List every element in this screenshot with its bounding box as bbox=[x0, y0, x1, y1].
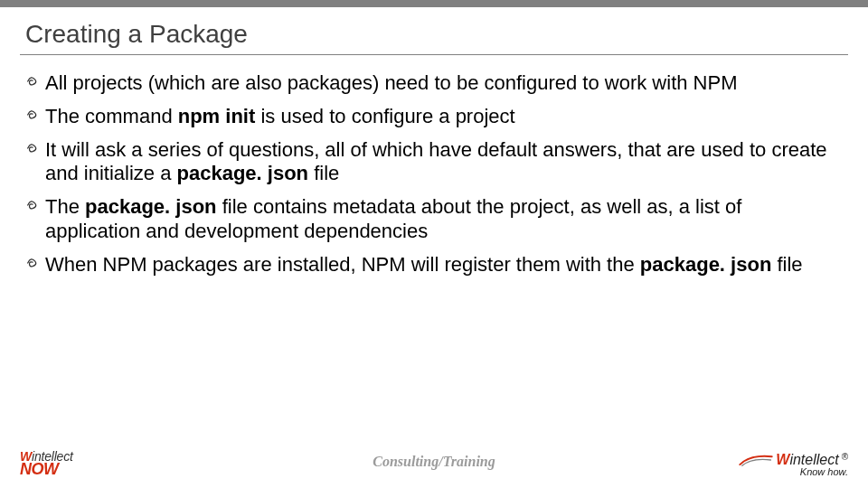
swoosh-icon bbox=[739, 453, 773, 467]
bullet-item: All projects (which are also packages) n… bbox=[25, 71, 841, 96]
bullet-item: The package. json file contains metadata… bbox=[25, 195, 841, 244]
slide-body: All projects (which are also packages) n… bbox=[0, 55, 868, 277]
bullet-icon bbox=[25, 195, 45, 244]
bullet-icon bbox=[25, 105, 45, 129]
bullet-item: When NPM packages are installed, NPM wil… bbox=[25, 253, 841, 277]
wintellect-now-logo: Wintellect NOW bbox=[20, 450, 73, 477]
bullet-text: All projects (which are also packages) n… bbox=[45, 71, 841, 96]
bullet-icon bbox=[25, 138, 45, 187]
bullet-text: When NPM packages are installed, NPM wil… bbox=[45, 253, 841, 277]
bullet-item: The command npm init is used to configur… bbox=[25, 105, 841, 129]
bullet-text: The package. json file contains metadata… bbox=[45, 195, 841, 244]
footer-center-text: Consulting/Training bbox=[373, 454, 495, 470]
bullet-text: It will ask a series of questions, all o… bbox=[45, 138, 841, 187]
bullet-item: It will ask a series of questions, all o… bbox=[25, 138, 841, 187]
top-accent-bar bbox=[0, 0, 868, 7]
bullet-icon bbox=[25, 71, 45, 96]
slide-title: Creating a Package bbox=[0, 7, 868, 54]
wintellect-logo: Wintellect® Know how. bbox=[739, 453, 848, 477]
bullet-text: The command npm init is used to configur… bbox=[45, 105, 841, 129]
bullet-icon bbox=[25, 253, 45, 277]
slide-footer: Wintellect NOW Consulting/Training Winte… bbox=[0, 446, 868, 479]
